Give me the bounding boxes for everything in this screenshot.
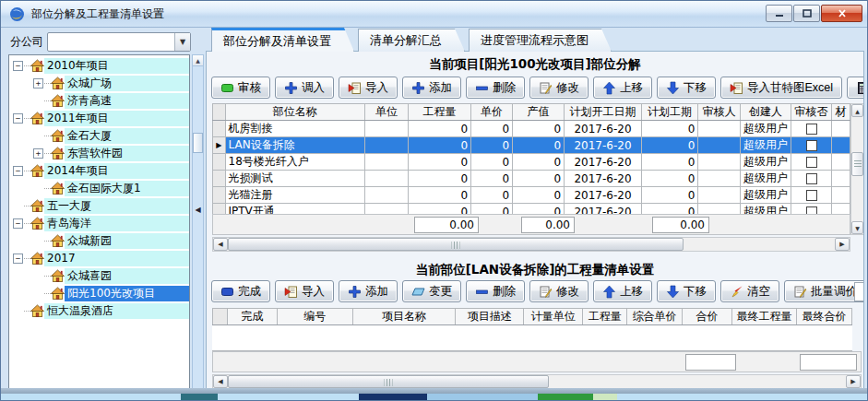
scroll-left-icon[interactable]: ◀ bbox=[213, 238, 228, 251]
column-header-单价[interactable]: 单价 bbox=[471, 104, 513, 121]
tree-toggle-plus-icon[interactable]: + bbox=[33, 78, 43, 88]
tree-item[interactable]: 众城喜园 bbox=[9, 267, 189, 285]
tree-scrollbar[interactable]: ▲ ◀ bbox=[192, 54, 204, 389]
column-header-合价[interactable]: 合价 bbox=[683, 309, 732, 325]
column-header-审核否[interactable]: 审核否 bbox=[791, 104, 832, 121]
column-header-项目描述[interactable]: 项目描述 bbox=[456, 309, 524, 325]
column-header-完成[interactable]: 完成 bbox=[227, 309, 277, 325]
parts-table-hscrollbar[interactable]: ◀ ▶ bbox=[212, 237, 850, 252]
column-header-项目名称[interactable]: 项目名称 bbox=[352, 309, 456, 325]
column-header-计划开工日期[interactable]: 计划开工日期 bbox=[565, 104, 642, 121]
table-row[interactable]: ▶LAN设备拆除0002017-6-200超级用户 bbox=[213, 137, 850, 154]
audited-checkbox[interactable] bbox=[806, 190, 817, 201]
toolbar-button-导入[interactable]: 导入 bbox=[339, 77, 398, 99]
table-row[interactable]: 18号楼光纤入户0002017-6-200超级用户 bbox=[213, 154, 850, 171]
audited-checkbox[interactable] bbox=[806, 140, 817, 151]
toolbar-button-导入甘特图Excel[interactable]: 导入甘特图Excel bbox=[720, 77, 842, 99]
parts-table-vscrollbar[interactable]: ▲ ▼ bbox=[850, 103, 864, 235]
minimize-button[interactable] bbox=[766, 5, 792, 22]
column-header-编号[interactable]: 编号 bbox=[277, 309, 352, 325]
tree-item[interactable]: −2014年项目 bbox=[9, 162, 189, 180]
boq-table-hscrollbar[interactable]: ◀ ▶ bbox=[212, 374, 862, 389]
toolbar-button-删除[interactable]: 删除 bbox=[466, 77, 525, 99]
tab-1[interactable]: 部位分解及清单设置 bbox=[211, 28, 354, 52]
boq-table: 完成编号项目名称项目描述计量单位工程量综合单价合价最终工程量最终合价 bbox=[212, 308, 852, 351]
column-header-单位[interactable]: 单位 bbox=[365, 104, 409, 121]
toolbar-button-上移[interactable]: 上移 bbox=[593, 280, 652, 302]
scroll-right-icon[interactable]: ▶ bbox=[846, 375, 861, 388]
column-header-创建人[interactable]: 创建人 bbox=[741, 104, 791, 121]
column-header-最终工程量[interactable]: 最终工程量 bbox=[731, 309, 796, 325]
tree-item[interactable]: 五一大厦 bbox=[9, 197, 189, 215]
tree-item[interactable]: +众城广场 bbox=[9, 75, 189, 92]
tree-toggle-minus-icon[interactable]: − bbox=[13, 166, 23, 176]
vscrollbar-thumb[interactable] bbox=[851, 152, 863, 176]
tree-item[interactable]: 济青高速 bbox=[9, 92, 189, 110]
column-header-计划工期[interactable]: 计划工期 bbox=[641, 104, 698, 121]
scroll-left-icon[interactable]: ◀ bbox=[213, 375, 228, 388]
column-header-工程量[interactable]: 工程量 bbox=[408, 104, 470, 121]
table-row[interactable]: 机房割接0002017-6-200超级用户 bbox=[213, 121, 850, 137]
toolbar-button-变更[interactable]: 变更 bbox=[402, 280, 461, 302]
toolbar-button-完成[interactable]: 完成 bbox=[211, 280, 270, 302]
company-combobox[interactable]: ▼ bbox=[47, 32, 191, 52]
tree-item[interactable]: −青岛海洋 bbox=[9, 215, 189, 232]
tree-toggle-minus-icon[interactable]: − bbox=[13, 61, 23, 71]
maximize-button[interactable] bbox=[793, 5, 820, 22]
tree-item[interactable]: 众城新园 bbox=[9, 232, 189, 250]
tree-toggle-minus-icon[interactable]: − bbox=[13, 254, 23, 264]
table-row[interactable]: 光损测试0002017-6-200超级用户 bbox=[213, 171, 850, 187]
column-header-最终合价[interactable]: 最终合价 bbox=[796, 309, 851, 325]
audited-checkbox[interactable] bbox=[806, 173, 817, 184]
splitter-collapse-icon[interactable]: ◀ bbox=[193, 198, 203, 220]
toolbar-button-清空[interactable]: 清空 bbox=[720, 280, 779, 302]
scroll-down-icon[interactable]: ▼ bbox=[851, 221, 863, 234]
toolbar-button-删除[interactable]: 删除 bbox=[466, 280, 525, 302]
tree-item[interactable]: 恒大温泉酒店 bbox=[9, 302, 189, 320]
tree-item[interactable]: −2010年项目 bbox=[9, 57, 189, 75]
tree-toggle-plus-icon[interactable]: + bbox=[33, 148, 43, 159]
hscrollbar-thumb[interactable] bbox=[228, 238, 684, 251]
hscrollbar-thumb[interactable] bbox=[228, 375, 549, 388]
tab-3[interactable]: 进度管理流程示意图 bbox=[469, 29, 612, 52]
tree-toggle-minus-icon[interactable]: − bbox=[13, 113, 23, 124]
column-header-工程量[interactable]: 工程量 bbox=[583, 309, 627, 325]
toolbar-button-添加[interactable]: 添加 bbox=[339, 280, 398, 302]
toolbar-button-修改[interactable]: 修改 bbox=[529, 280, 589, 302]
audited-checkbox[interactable] bbox=[806, 206, 817, 214]
tree-item[interactable]: 阳光100光改项目 bbox=[9, 285, 189, 302]
tab-2[interactable]: 清单分解汇总 bbox=[358, 29, 465, 52]
table-row[interactable]: 光猫注册0002017-6-200超级用户 bbox=[213, 187, 850, 204]
tree-scrollbar-thumb[interactable] bbox=[193, 133, 203, 153]
column-header-产值[interactable]: 产值 bbox=[513, 104, 565, 121]
close-button[interactable] bbox=[821, 5, 862, 22]
scroll-up-icon[interactable]: ▲ bbox=[193, 55, 203, 66]
audited-checkbox[interactable] bbox=[806, 157, 817, 168]
table-row[interactable]: IPTV开通0002017-6-200超级用户 bbox=[213, 204, 850, 215]
toolbar-button-添加[interactable]: 添加 bbox=[402, 77, 461, 99]
tree-item[interactable]: 金石大厦 bbox=[9, 127, 189, 145]
column-header-计量单位[interactable]: 计量单位 bbox=[524, 309, 583, 325]
audited-checkbox[interactable] bbox=[806, 124, 817, 135]
toolbar-button-导入[interactable]: 导入 bbox=[275, 280, 334, 302]
tree-toggle-minus-icon[interactable]: − bbox=[13, 218, 23, 229]
scroll-up-icon[interactable]: ▲ bbox=[851, 104, 863, 117]
column-header-综合单价[interactable]: 综合单价 bbox=[627, 309, 683, 325]
toolbar-button-调入[interactable]: 调入 bbox=[275, 77, 334, 99]
toolbar-button-审核[interactable]: 审核 bbox=[211, 77, 270, 99]
toolbar-button-修改[interactable]: 修改 bbox=[529, 77, 589, 99]
toolbar-button-下移[interactable]: 下移 bbox=[657, 280, 716, 302]
toolbar-button-下移[interactable]: 下移 bbox=[657, 77, 716, 99]
tree-item[interactable]: −2017 bbox=[9, 250, 189, 267]
scroll-right-icon[interactable]: ▶ bbox=[835, 238, 850, 251]
chevron-down-icon[interactable]: ▼ bbox=[174, 33, 190, 51]
column-header-部位名称[interactable]: 部位名称 bbox=[225, 104, 365, 121]
tree-item[interactable]: +东营软件园 bbox=[9, 145, 189, 162]
tree-item[interactable]: −2011年项目 bbox=[9, 110, 189, 127]
toolbar-button-批量调价[interactable]: 批量调价 bbox=[784, 280, 864, 302]
toolbar-button-校[interactable]: 校 bbox=[847, 77, 864, 99]
column-header-审核人[interactable]: 审核人 bbox=[698, 104, 741, 121]
toolbar-button-上移[interactable]: 上移 bbox=[593, 77, 652, 99]
column-header-材[interactable]: 材 bbox=[831, 104, 850, 121]
tree-item[interactable]: 金石国际大厦1 bbox=[9, 180, 189, 197]
